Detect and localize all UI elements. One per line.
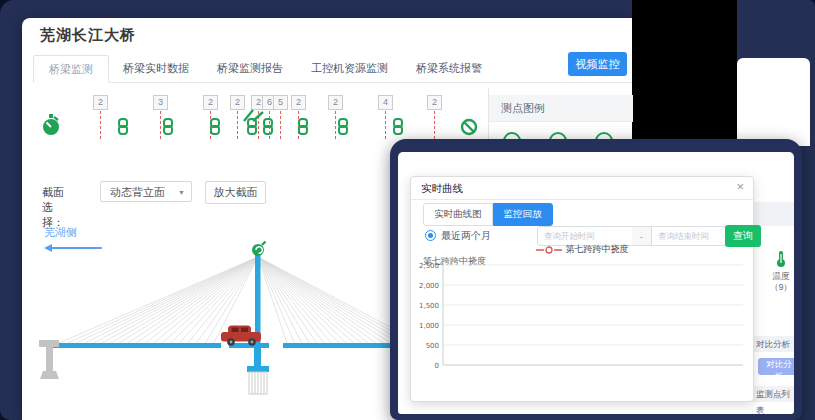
bridge-side-label: 芜湖侧 [44,225,77,240]
sensor-arm-icon[interactable] [242,106,266,130]
compare-analysis-button[interactable]: 对比分析 [758,358,794,375]
section-select-label: 截面选择： [42,185,64,230]
center-pier [247,348,269,394]
chain-link-sensor-icon[interactable] [117,118,129,139]
bridge-schematic [25,240,395,420]
chain-link-sensor-icon[interactable] [337,118,349,139]
secondary-window: 温度 （9） 对比分析 对比分析 监测点列表 实时曲线 × 实时曲线图监控回放 … [390,139,802,420]
dialog-tab-1[interactable]: 监控回放 [493,203,553,226]
sensor-dashed-line [434,111,435,139]
recent-two-months-radio[interactable] [425,230,436,241]
chain-link-sensor-icon[interactable] [392,118,404,139]
sensor-count-badge[interactable]: 5 [273,95,288,110]
sensor-count-badge[interactable]: 3 [153,95,168,110]
section-select-dropdown[interactable]: 动态背立面 ▼ [100,181,192,202]
sensor-count-badge[interactable]: 4 [378,95,393,110]
dialog-tab-0[interactable]: 实时曲线图 [423,203,493,226]
dialog-tab-group: 实时曲线图监控回放 [423,203,553,226]
close-icon[interactable]: × [736,180,744,194]
svg-text:500: 500 [426,342,439,350]
dialog-title: 实时曲线 [421,182,463,196]
background-black-region [632,0,737,146]
svg-text:1,500: 1,500 [419,302,439,310]
dialog-header: 实时曲线 × [411,177,753,200]
sensor-dashed-line [280,111,281,139]
recent-two-months-label: 最近两个月 [441,229,491,243]
svg-text:1,000: 1,000 [419,322,439,330]
stopwatch-icon[interactable] [40,113,62,141]
enlarge-section-button[interactable]: 放大截面 [205,181,266,204]
sensor-count-badge[interactable]: 2 [93,95,108,110]
chain-link-sensor-icon[interactable] [297,118,309,139]
legend-marker-icon [536,246,562,254]
temperature-sensor-item[interactable]: 温度 （9） [764,250,794,293]
sensor-dashed-line [160,111,161,139]
background-window [737,58,810,146]
sensor-count-badge[interactable]: 2 [427,95,442,110]
realtime-curve-dialog: 实时曲线 × 实时曲线图监控回放 最近两个月 - 查询 [410,176,754,402]
sensor-dashed-line [100,111,101,139]
desktop-background: 芜湖长江大桥 桥梁监测桥梁实时数据桥梁监测报告工控机资源监测桥梁系统报警 视频监… [0,0,815,420]
chain-link-sensor-icon[interactable] [162,118,174,139]
svg-text:2,500: 2,500 [419,262,439,270]
chevron-down-icon: ▼ [178,182,185,203]
sensor-count-badge[interactable]: 2 [203,95,218,110]
bridge-deck [53,343,395,348]
sensor-dashed-line [385,111,386,139]
legend-panel-title: 测点图例 [489,95,633,122]
sensor-dashed-line [335,111,336,139]
sensor-count-badge[interactable]: 2 [328,95,343,110]
sensor-count-badge[interactable]: 2 [291,95,306,110]
secondary-window-content: 温度 （9） 对比分析 对比分析 监测点列表 实时曲线 × 实时曲线图监控回放 … [398,152,794,414]
chain-link-sensor-icon[interactable] [209,118,221,139]
temperature-label: 温度 [764,271,794,282]
left-abutment [39,340,59,379]
pylon-sensor-icon[interactable] [252,242,266,257]
blocked-icon[interactable] [460,118,478,140]
deflection-chart: 05001,0001,5002,0002,500 [417,261,753,379]
legend-series-label: 第七跨跨中挠度 [566,243,629,256]
thermometer-icon [775,250,787,268]
svg-text:2,000: 2,000 [419,282,439,290]
temperature-count: （9） [764,282,794,293]
sensor-dashed-line [237,111,238,139]
section-select-value: 动态背立面 [110,186,165,198]
svg-text:0: 0 [435,362,439,370]
